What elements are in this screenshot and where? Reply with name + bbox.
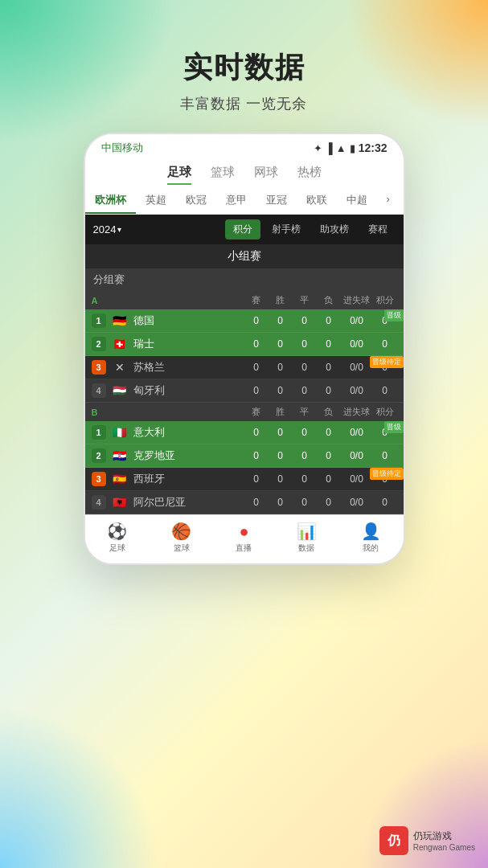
nav-football-label: 足球 bbox=[109, 542, 125, 554]
header-subtitle: 丰富数据 一览无余 bbox=[0, 94, 488, 113]
sub-tab-seriea[interactable]: 意甲 bbox=[216, 190, 256, 214]
italy-games: 0 bbox=[244, 427, 269, 438]
sub-tab-acl[interactable]: 亚冠 bbox=[256, 190, 297, 214]
team-name-germany: 德国 bbox=[133, 313, 244, 328]
team-name-croatia: 克罗地亚 bbox=[133, 448, 244, 463]
tab-hot[interactable]: 热榜 bbox=[297, 165, 322, 185]
hungary-wins: 0 bbox=[269, 385, 293, 396]
col-gd: 进失球 bbox=[341, 294, 373, 306]
team-name-scotland: 苏格兰 bbox=[133, 360, 244, 375]
nav-live-label: 直播 bbox=[236, 542, 252, 554]
swiss-draws: 0 bbox=[293, 338, 317, 350]
year-selector[interactable]: 2024 ▾ bbox=[93, 223, 122, 235]
btn-scorers[interactable]: 射手榜 bbox=[264, 219, 309, 240]
italy-losses: 0 bbox=[317, 427, 341, 438]
table-row: 2 🇭🇷 克罗地亚 0 0 0 0 0/0 0 bbox=[85, 444, 404, 468]
col-draws: 平 bbox=[293, 294, 317, 306]
col-losses: 负 bbox=[317, 294, 341, 306]
team-name-albania: 阿尔巴尼亚 bbox=[133, 495, 244, 510]
group-label-text: 分组赛 bbox=[93, 273, 125, 285]
carrier-label: 中国移动 bbox=[101, 141, 143, 155]
table-row: 3 🇪🇸 西班牙 0 0 0 0 0/0 0 bbox=[85, 468, 404, 491]
btn-standings[interactable]: 积分 bbox=[225, 219, 260, 240]
spain-gd: 0/0 bbox=[341, 473, 373, 485]
spain-losses: 0 bbox=[317, 473, 341, 485]
croatia-pts: 0 bbox=[373, 450, 397, 461]
col-b-gd: 进失球 bbox=[341, 406, 373, 418]
header-section: 实时数据 丰富数据 一览无余 bbox=[0, 0, 488, 133]
nav-football[interactable]: ⚽ 足球 bbox=[107, 522, 127, 554]
col-b-losses: 负 bbox=[317, 406, 341, 418]
team-row-switzerland: 2 🇨🇭 瑞士 0 0 0 0 0/0 0 bbox=[85, 333, 404, 356]
sub-tabs: 欧洲杯 英超 欧冠 意甲 亚冠 欧联 中超 › bbox=[85, 186, 404, 215]
hungary-gd: 0/0 bbox=[341, 385, 373, 396]
flag-croatia: 🇭🇷 bbox=[111, 449, 129, 462]
italy-gd: 0/0 bbox=[341, 427, 373, 438]
bottom-nav: ⚽ 足球 🏀 篮球 ● 直播 📊 数据 👤 我的 bbox=[85, 514, 404, 563]
watermark-subtext: Rengwan Games bbox=[413, 843, 475, 852]
btn-schedule[interactable]: 赛程 bbox=[360, 219, 396, 240]
nav-data-label: 数据 bbox=[298, 542, 314, 554]
swiss-pts: 0 bbox=[373, 338, 397, 350]
sub-tab-ucl[interactable]: 欧冠 bbox=[176, 190, 216, 214]
rank-badge-b3: 3 bbox=[92, 472, 106, 486]
team-row-italy: 1 🇮🇹 意大利 0 0 0 0 0/0 0 晋级 bbox=[85, 421, 404, 444]
sub-tab-more[interactable]: › bbox=[377, 190, 400, 214]
nav-data[interactable]: 📊 数据 bbox=[297, 522, 317, 554]
nav-live[interactable]: ● 直播 bbox=[236, 522, 252, 554]
league-buttons: 积分 射手榜 助攻榜 赛程 bbox=[225, 219, 396, 240]
swiss-wins: 0 bbox=[269, 338, 293, 350]
league-bar: 2024 ▾ 积分 射手榜 助攻榜 赛程 bbox=[85, 215, 404, 244]
signal-icon: ▐ bbox=[326, 142, 333, 154]
tab-tennis[interactable]: 网球 bbox=[254, 165, 278, 185]
sub-tab-uel[interactable]: 欧联 bbox=[297, 190, 337, 214]
flag-albania: 🇦🇱 bbox=[111, 496, 129, 509]
btn-assists[interactable]: 助攻榜 bbox=[312, 219, 357, 240]
col-b-wins: 胜 bbox=[269, 406, 293, 418]
team-name-switzerland: 瑞士 bbox=[133, 337, 244, 351]
swiss-losses: 0 bbox=[317, 338, 341, 350]
germany-games: 0 bbox=[244, 315, 269, 326]
italy-wins: 0 bbox=[269, 427, 293, 438]
germany-gd: 0/0 bbox=[341, 315, 373, 326]
hungary-draws: 0 bbox=[293, 385, 317, 396]
spain-draws: 0 bbox=[293, 473, 317, 485]
germany-losses: 0 bbox=[317, 315, 341, 326]
nav-profile[interactable]: 👤 我的 bbox=[361, 522, 381, 554]
badge-spain-possible: 晋级待定 bbox=[370, 468, 404, 480]
rank-badge-4: 4 bbox=[92, 383, 106, 398]
swiss-games: 0 bbox=[244, 338, 269, 350]
table-row: 2 🇨🇭 瑞士 0 0 0 0 0/0 0 bbox=[85, 333, 404, 356]
scotland-draws: 0 bbox=[293, 362, 317, 373]
sub-tab-csl[interactable]: 中超 bbox=[337, 190, 377, 214]
flag-germany: 🇩🇪 bbox=[111, 314, 129, 327]
albania-gd: 0/0 bbox=[341, 497, 373, 508]
sub-tab-epl[interactable]: 英超 bbox=[136, 190, 176, 214]
flag-switzerland: 🇨🇭 bbox=[111, 338, 129, 350]
data-icon: 📊 bbox=[297, 522, 317, 541]
wifi-icon: ▲ bbox=[336, 142, 347, 154]
table-row: 4 🇦🇱 阿尔巴尼亚 0 0 0 0 0/0 0 bbox=[85, 491, 404, 514]
col-b-draws: 平 bbox=[293, 406, 317, 418]
nav-basketball[interactable]: 🏀 篮球 bbox=[171, 522, 191, 554]
team-row-spain: 3 🇪🇸 西班牙 0 0 0 0 0/0 0 晋级待定 bbox=[85, 468, 404, 491]
rank-badge-3: 3 bbox=[92, 360, 106, 375]
badge-italy-promoted: 晋级 bbox=[384, 421, 404, 433]
battery-icon: ▮ bbox=[350, 142, 355, 154]
watermark-brand: 仍玩游戏 bbox=[413, 829, 475, 843]
tab-football[interactable]: 足球 bbox=[167, 165, 191, 185]
sub-tab-euro[interactable]: 欧洲杯 bbox=[85, 190, 136, 214]
croatia-draws: 0 bbox=[293, 450, 317, 461]
app-tabs: 足球 篮球 网球 热榜 bbox=[85, 158, 404, 186]
phone-mockup: 中国移动 ✦ ▐ ▲ ▮ 12:32 足球 篮球 网球 热榜 欧洲杯 英超 欧冠… bbox=[84, 133, 405, 565]
live-icon: ● bbox=[239, 522, 248, 541]
team-row-hungary: 4 🇭🇺 匈牙利 0 0 0 0 0/0 0 bbox=[85, 379, 404, 403]
team-row-germany: 1 🇩🇪 德国 0 0 0 0 0/0 0 晋级 bbox=[85, 309, 404, 333]
chevron-down-icon: ▾ bbox=[117, 225, 121, 234]
profile-icon: 👤 bbox=[361, 522, 381, 541]
flag-scotland: ✕ bbox=[111, 361, 129, 374]
group-a-label: A bbox=[92, 296, 244, 305]
albania-draws: 0 bbox=[293, 497, 317, 508]
tab-basketball[interactable]: 篮球 bbox=[211, 165, 235, 185]
team-row-albania: 4 🇦🇱 阿尔巴尼亚 0 0 0 0 0/0 0 bbox=[85, 491, 404, 514]
